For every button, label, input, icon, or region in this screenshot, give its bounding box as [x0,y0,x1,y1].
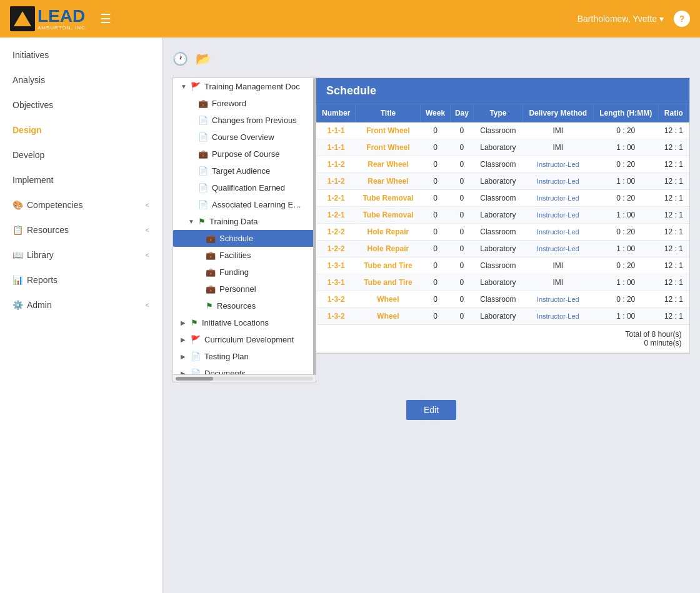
col-header-delivery: Delivery Method [522,104,593,122]
logo-icon [10,6,35,31]
sidebar-item-objectives[interactable]: Objectives [0,92,162,117]
tree-label-target-audience: Target Audience [212,166,270,176]
cell-ratio: 12 : 1 [658,241,689,257]
tree-item-foreword[interactable]: 💼 Foreword [173,95,316,112]
tree-label-foreword: Foreword [212,99,246,108]
cell-number: 1-1-1 [317,122,356,139]
tree-item-purpose[interactable]: 💼 Purpose of Course [173,146,316,162]
tree-item-associated-learning[interactable]: 📄 Associated Learning E… [173,196,316,213]
cell-ratio: 12 : 1 [658,173,689,190]
hamburger-icon[interactable]: ☰ [100,11,111,26]
cell-week: 0 [421,156,450,173]
total-hours: Total of 8 hour(s) [324,330,682,339]
tree-item-schedule[interactable]: 💼 Schedule [173,230,316,247]
sidebar-item-resources[interactable]: 📋 Resources < [0,217,162,242]
cell-title: Rear Wheel [356,173,421,190]
tree-item-initiative-locations[interactable]: ▶ ⚑ Initiative Locations [173,314,316,331]
tree-item-training-mgmt-doc[interactable]: ▼ 🚩 Training Management Doc [173,78,316,95]
cell-ratio: 12 : 1 [658,257,689,274]
schedule-panel: Schedule Number Title Week Day Type Deli… [316,77,690,354]
table-row: 1-3-2 Wheel 0 0 Laboratory Instructor-Le… [317,308,689,325]
sidebar-label-objectives: Objectives [12,100,53,110]
cell-ratio: 12 : 1 [658,156,689,173]
col-header-ratio: Ratio [658,104,689,122]
tree-item-testing-plan[interactable]: ▶ 📄 Testing Plan [173,348,316,365]
cell-delivery: Instructor-Led [522,173,593,190]
tree-item-facilities[interactable]: 💼 Facilities [173,247,316,264]
delivery-instructor-led: Instructor-Led [537,177,579,185]
tree-item-training-data[interactable]: ▼ ⚑ Training Data [173,213,316,230]
col-header-length: Length (H:MM) [593,104,658,122]
table-row: 1-1-2 Rear Wheel 0 0 Laboratory Instruct… [317,173,689,190]
tree-item-qualification[interactable]: 📄 Qualification Earned [173,179,316,196]
cell-title: Tube and Tire [356,257,421,274]
sidebar-item-reports[interactable]: 📊 Reports [0,267,162,292]
cell-title: Front Wheel [356,139,421,156]
main-container: Initiatives Analysis Objectives Design D… [0,37,700,593]
help-button[interactable]: ? [674,11,690,27]
cell-day: 0 [450,257,473,274]
reports-icon: 📊 [12,275,23,285]
tree-icon-briefcase-9: 💼 [206,234,216,243]
cell-type: Classroom [474,224,523,241]
library-icon: 📖 [12,250,23,260]
tree-flag-green-8: ⚑ [198,217,206,226]
tree-resize-handle[interactable] [313,78,316,374]
tree-item-curriculum-dev[interactable]: ▶ 🚩 Curriculum Development [173,331,316,348]
cell-week: 0 [421,241,450,257]
tree-icon-briefcase-12: 💼 [206,284,216,294]
cell-type: Laboratory [474,308,523,325]
user-name[interactable]: Bartholomew, Yvette ▾ [578,14,664,24]
tree-label-schedule: Schedule [219,234,253,243]
tree-label-purpose: Purpose of Course [212,149,279,159]
delivery-instructor-led: Instructor-Led [537,228,579,236]
cell-day: 0 [450,190,473,207]
tree-label-changes: Changes from Previous [212,116,297,125]
tree-label-course-overview: Course Overview [212,132,274,142]
cell-number: 1-3-2 [317,308,356,325]
tree-flag-red-15: 🚩 [191,335,201,344]
sidebar-item-initiatives[interactable]: Initiatives [0,42,162,67]
cell-number: 1-1-2 [317,173,356,190]
tree-item-target-audience[interactable]: 📄 Target Audience [173,162,316,179]
sidebar-label-initiatives: Initiatives [12,50,49,60]
sidebar-label-library: Library [27,250,54,260]
folder-icon[interactable]: 📂 [196,51,211,66]
sidebar-item-library[interactable]: 📖 Library < [0,242,162,267]
cell-length: 1 : 00 [593,241,658,257]
cell-title: Hole Repair [356,224,421,241]
cell-day: 0 [450,156,473,173]
cell-ratio: 12 : 1 [658,122,689,139]
sidebar-item-analysis[interactable]: Analysis [0,67,162,92]
tree-item-funding[interactable]: 💼 Funding [173,264,316,281]
tree-scrollbar[interactable] [173,374,316,382]
cell-type: Classroom [474,156,523,173]
sidebar-item-competencies[interactable]: 🎨 Competencies < [0,192,162,217]
tree-icon-doc-2: 📄 [198,116,208,125]
history-icon[interactable]: 🕐 [172,51,188,66]
cell-delivery: IMI [522,274,593,291]
table-row: 1-3-1 Tube and Tire 0 0 Laboratory IMI 1… [317,274,689,291]
cell-title: Hole Repair [356,241,421,257]
tree-label-training-mgmt-doc: Training Management Doc [204,82,300,91]
sidebar-item-implement[interactable]: Implement [0,167,162,192]
tree-item-resources-tree[interactable]: ⚑ Resources [173,297,316,314]
edit-button[interactable]: Edit [406,400,456,420]
cell-ratio: 12 : 1 [658,274,689,291]
tree-item-course-overview[interactable]: 📄 Course Overview [173,129,316,146]
cell-day: 0 [450,224,473,241]
sidebar-item-admin[interactable]: ⚙️ Admin < [0,292,162,317]
table-row: 1-3-1 Tube and Tire 0 0 Classroom IMI 0 … [317,257,689,274]
tree-item-changes[interactable]: 📄 Changes from Previous [173,112,316,129]
delivery-imi: IMI [552,261,563,270]
table-row: 1-2-2 Hole Repair 0 0 Laboratory Instruc… [317,241,689,257]
cell-length: 1 : 00 [593,207,658,224]
tree-icon-doc-3: 📄 [198,132,208,142]
sidebar-label-design: Design [12,125,42,135]
tree-item-personnel[interactable]: 💼 Personnel [173,281,316,297]
cell-delivery: Instructor-Led [522,207,593,224]
tree-flag-red-0: 🚩 [191,82,201,91]
sidebar-item-design[interactable]: Design [0,117,162,142]
cell-delivery: Instructor-Led [522,156,593,173]
sidebar-item-develop[interactable]: Develop [0,142,162,167]
